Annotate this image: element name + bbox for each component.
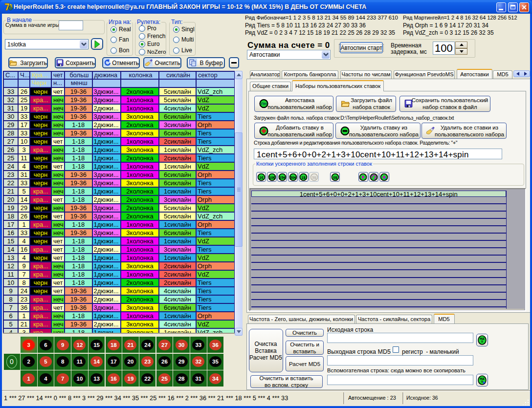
svg-text:1€: 1€ — [259, 175, 264, 179]
svg-text:5$: 5$ — [312, 175, 316, 179]
svg-text:1$: 1$ — [301, 175, 306, 179]
svg-text:0$: 0$ — [333, 175, 337, 179]
svg-text:50¢: 50¢ — [290, 175, 296, 179]
svg-text:25¢: 25¢ — [279, 175, 286, 179]
svg-text:10€: 10€ — [269, 175, 275, 179]
svg-text:ПН: ПН — [261, 102, 267, 106]
